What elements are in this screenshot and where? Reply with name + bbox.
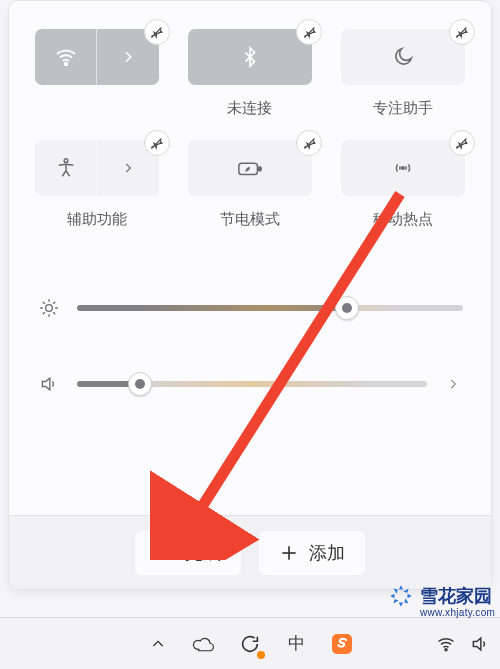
tray-wifi-icon[interactable] <box>436 634 456 654</box>
watermark: 雪花家园 www.xhjaty.com <box>388 583 492 609</box>
hotspot-button[interactable] <box>341 140 465 196</box>
taskbar-center: 中 <box>145 631 355 657</box>
watermark-brand: 雪花家园 <box>420 584 492 608</box>
svg-point-11 <box>46 305 53 312</box>
unpin-button[interactable] <box>144 130 170 156</box>
svg-point-0 <box>65 63 68 66</box>
quick-settings-panel: 未连接 专注助手 <box>8 0 492 590</box>
bluetooth-icon <box>239 46 261 68</box>
ime-indicator[interactable]: 中 <box>283 631 309 657</box>
volume-slider[interactable] <box>77 381 427 387</box>
accessibility-icon <box>55 157 77 179</box>
windows-update-icon[interactable] <box>237 631 263 657</box>
slider-thumb[interactable] <box>335 296 359 320</box>
tile-label: 移动热点 <box>373 210 433 229</box>
accessibility-button[interactable] <box>35 140 159 196</box>
watermark-url: www.xhjaty.com <box>420 607 495 618</box>
onedrive-icon[interactable] <box>191 631 217 657</box>
brightness-row <box>37 285 463 331</box>
tile-hotspot: 移动热点 <box>340 140 465 229</box>
unpin-icon <box>454 25 469 40</box>
volume-expand-button[interactable] <box>443 377 463 391</box>
svg-rect-23 <box>332 634 352 654</box>
battery-saver-button[interactable] <box>188 140 312 196</box>
unpin-icon <box>454 136 469 151</box>
taskbar-systray <box>436 634 490 654</box>
tile-bluetooth: 未连接 <box>188 29 313 118</box>
tiles-grid: 未连接 专注助手 <box>9 1 491 229</box>
add-label: 添加 <box>309 541 345 565</box>
svg-rect-7 <box>258 167 261 171</box>
footer-bar: 完成 添加 <box>9 515 491 589</box>
volume-row <box>37 361 463 407</box>
volume-icon <box>37 374 61 394</box>
unpin-button[interactable] <box>449 19 475 45</box>
unpin-button[interactable] <box>144 19 170 45</box>
wifi-button[interactable] <box>35 29 159 85</box>
plus-icon <box>279 543 299 563</box>
tray-overflow-button[interactable] <box>145 631 171 657</box>
svg-line-18 <box>43 313 44 314</box>
svg-line-16 <box>43 302 44 303</box>
add-button[interactable]: 添加 <box>259 531 365 575</box>
chevron-right-icon <box>446 377 460 391</box>
tile-accessibility: 辅助功能 <box>35 140 160 229</box>
unpin-icon <box>149 25 164 40</box>
sogou-ime-icon[interactable] <box>329 631 355 657</box>
battery-leaf-icon <box>237 158 263 178</box>
taskbar: 中 <box>0 617 500 669</box>
unpin-icon <box>302 25 317 40</box>
tile-focus-assist: 专注助手 <box>340 29 465 118</box>
moon-icon <box>392 46 414 68</box>
check-icon <box>155 543 175 563</box>
svg-point-4 <box>64 159 68 163</box>
focus-assist-button[interactable] <box>341 29 465 85</box>
accessibility-toggle-half[interactable] <box>35 140 97 196</box>
bluetooth-button[interactable] <box>188 29 312 85</box>
unpin-button[interactable] <box>449 130 475 156</box>
chevron-right-icon <box>121 161 135 175</box>
sliders-section <box>9 229 491 437</box>
unpin-button[interactable] <box>296 19 322 45</box>
tile-label: 节电模式 <box>220 210 280 229</box>
wifi-toggle-half[interactable] <box>35 29 97 85</box>
svg-line-19 <box>54 302 55 303</box>
tray-volume-icon[interactable] <box>470 634 490 654</box>
watermark-logo-icon <box>388 583 414 609</box>
unpin-icon <box>149 136 164 151</box>
done-button[interactable]: 完成 <box>135 531 241 575</box>
tile-label: 专注助手 <box>373 99 433 118</box>
slider-thumb[interactable] <box>128 372 152 396</box>
tile-wifi <box>35 29 160 118</box>
svg-point-24 <box>445 648 447 650</box>
svg-point-9 <box>401 167 404 170</box>
hotspot-icon <box>391 157 415 179</box>
done-label: 完成 <box>185 541 221 565</box>
wifi-icon <box>54 45 78 69</box>
brightness-icon <box>37 298 61 318</box>
brightness-slider[interactable] <box>77 305 463 311</box>
unpin-button[interactable] <box>296 130 322 156</box>
unpin-icon <box>302 136 317 151</box>
tile-label: 辅助功能 <box>67 210 127 229</box>
tile-battery-saver: 节电模式 <box>188 140 313 229</box>
tile-label: 未连接 <box>227 99 272 118</box>
chevron-right-icon <box>120 49 136 65</box>
svg-line-17 <box>54 313 55 314</box>
